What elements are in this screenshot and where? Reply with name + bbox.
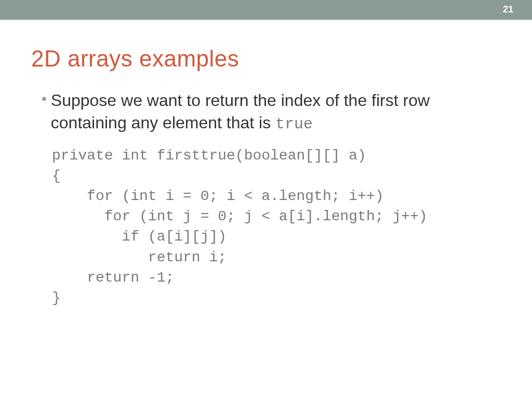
slide-title: 2D arrays examples bbox=[31, 46, 501, 72]
top-bar: 21 bbox=[0, 0, 532, 20]
bullet-dot-icon: • bbox=[42, 89, 47, 108]
slide-content: 2D arrays examples • Suppose we want to … bbox=[0, 20, 532, 308]
bullet-text: Suppose we want to return the index of t… bbox=[51, 89, 501, 135]
inline-code: true bbox=[275, 115, 313, 133]
code-block: private int firsttrue(boolean[][] a) { f… bbox=[52, 145, 501, 309]
bullet-item: • Suppose we want to return the index of… bbox=[31, 89, 501, 135]
bullet-text-prefix: Suppose we want to return the index of t… bbox=[51, 91, 430, 132]
page-number: 21 bbox=[503, 4, 513, 15]
